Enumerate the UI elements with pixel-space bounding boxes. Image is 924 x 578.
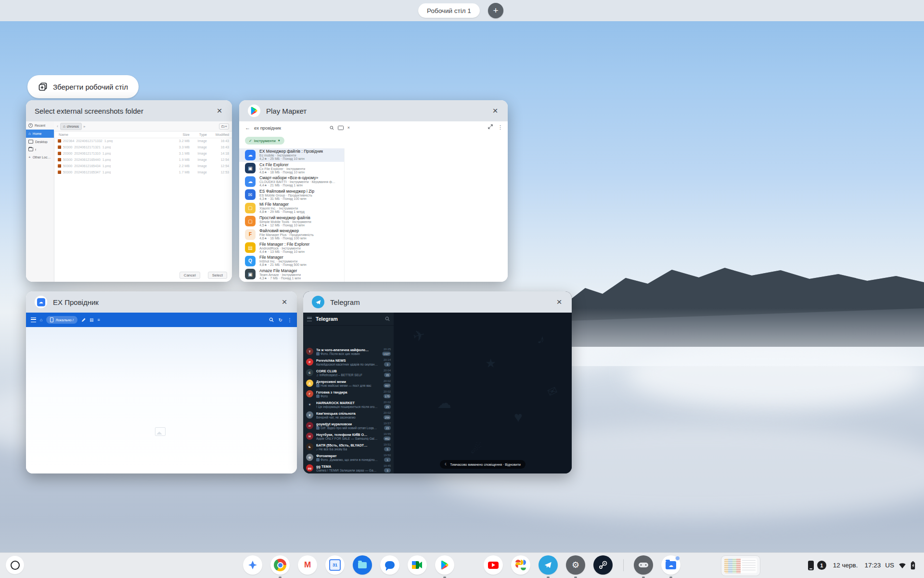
file-row[interactable]: 202364_20240612171332_1.png3.2 MBImage16… — [54, 138, 232, 144]
file-row[interactable]: 50300_20240612171321_1.png3.3 MBImage16:… — [54, 144, 232, 150]
shelf-app-gmail[interactable]: M — [298, 555, 317, 575]
play-result-item[interactable]: ☁Смарт-набори «Все-в-одному»CLOUDKII BAI… — [239, 175, 344, 188]
breadcrumb-chip[interactable]: ⌂ chronos — [60, 123, 82, 130]
close-icon[interactable]: × — [279, 296, 290, 308]
sidebar-item-home[interactable]: ⌂Home — [26, 130, 54, 138]
chat-list-item[interactable]: ДДепресивні мемиНові майські меми — пост… — [303, 378, 394, 389]
screenshot-preview[interactable] — [724, 558, 757, 573]
chat-list-item[interactable]: gggg ТЕМАGames ! ТЕМИ! Залишили зараз — … — [303, 463, 394, 473]
date-label[interactable]: 12 черв. — [833, 562, 858, 569]
column-name[interactable]: Name — [59, 132, 68, 137]
phone-hub-icon[interactable] — [808, 561, 814, 570]
shelf-app-chrome[interactable] — [270, 555, 290, 575]
expand-icon[interactable] — [488, 124, 493, 129]
cancel-button[interactable]: Cancel — [180, 272, 200, 279]
column-type[interactable]: Type — [191, 132, 207, 137]
shelf-app-calendar[interactable]: 31 — [325, 555, 345, 575]
notification-count-badge[interactable]: 1 — [817, 561, 826, 570]
shelf-app-youtube[interactable] — [484, 555, 503, 575]
chat-list-item[interactable]: rrgoyadjyt мураловскиGIF. Відео про мій … — [303, 420, 394, 431]
shelf-app-photos[interactable] — [511, 555, 530, 575]
kebab-menu-icon[interactable]: ⋮ — [498, 124, 503, 131]
shelf-app-settings[interactable]: ⚙ — [566, 555, 585, 575]
launcher-button[interactable] — [6, 556, 24, 574]
chat-list-item[interactable]: ККам'янецька спільнотаВечірній чат, не з… — [303, 410, 394, 420]
window-file-dialog[interactable]: Select external screenshots folder × Rec… — [26, 100, 232, 282]
filter-chip[interactable]: ✓ Інструменти ▼ — [245, 137, 284, 144]
clear-icon[interactable]: × — [347, 125, 350, 130]
search-query[interactable]: ex провідник — [254, 125, 281, 131]
back-arrow-icon[interactable]: ← — [245, 125, 250, 131]
chat-list-item[interactable]: ФФотоапаратФото. Думаємо, що зняти в пон… — [303, 452, 394, 463]
close-icon[interactable]: × — [489, 105, 501, 117]
shelf-app-telegram[interactable] — [539, 555, 558, 575]
search-icon[interactable] — [269, 317, 274, 322]
chat-list-item[interactable]: ГГотовка з тандираФото20:02175 — [303, 389, 394, 399]
sort-icon[interactable]: ≡ — [97, 317, 100, 322]
keyboard-icon[interactable] — [338, 126, 344, 130]
play-result-item[interactable]: ▢Mi File ManagerXiaomi Inc. · Інструмент… — [239, 201, 344, 215]
chat-list-item[interactable]: ББАТЯ (55сть, 65сть, BLYADTOIVO, король … — [303, 442, 394, 452]
sidebar-item-desktop[interactable]: Desktop — [26, 138, 54, 145]
telegram-toast[interactable]: ☾ Тимчасово вимкнено сповіщення · Віднов… — [440, 460, 526, 469]
telegram-titlebar[interactable]: Telegram × — [303, 291, 572, 313]
view-grid-icon[interactable]: ▤ — [90, 317, 94, 322]
shelf-app-ex-files[interactable]: ☁ — [661, 555, 680, 575]
file-row[interactable]: 50300_20240612165440_1.png1.9 MBImage12:… — [54, 157, 232, 163]
chat-list-item[interactable]: ННоутбуки, телефони КИЇВ ONLY FOR SALEAp… — [303, 431, 394, 442]
window-telegram[interactable]: Telegram × Telegram ТТи ж чого-апатична … — [303, 291, 572, 473]
shelf-app-gamepad[interactable] — [634, 555, 653, 575]
play-result-item[interactable]: ☁EX Менеджер файлів : ПровідникEc mobile… — [239, 148, 344, 162]
search-icon[interactable] — [330, 126, 334, 130]
hamburger-menu-icon[interactable] — [307, 317, 312, 321]
chat-list-item[interactable]: PPerevichka NEWSКалейдоскоп касетних уда… — [303, 357, 394, 368]
hamburger-menu-icon[interactable] — [31, 317, 36, 322]
chat-list-item[interactable]: CCORE CLUB♫ InRetrospect – BETTER SELF20… — [303, 368, 394, 378]
chat-list-item[interactable]: ТТи ж чого-апатична кайфологиняФото. Піс… — [303, 346, 394, 357]
shelf-app-play-store[interactable] — [435, 555, 454, 575]
column-size[interactable]: Size — [170, 132, 190, 137]
play-titlebar[interactable]: Play Маркет × — [239, 100, 508, 121]
edit-path-icon[interactable] — [81, 318, 86, 322]
close-icon[interactable]: × — [214, 105, 225, 117]
file-row[interactable]: 50300_20240612165434_1.png2.2 MBImage12:… — [54, 163, 232, 169]
shelf-app-files[interactable] — [353, 555, 372, 575]
ex-titlebar[interactable]: ☁ EX Провідник × — [26, 291, 297, 313]
play-result-item[interactable]: ▣Cx File ExplorerCx File Explorer · Інст… — [239, 162, 344, 175]
refresh-icon[interactable]: ↻ — [279, 317, 282, 323]
close-icon[interactable]: × — [553, 296, 565, 308]
new-folder-button[interactable]: 🗀+ — [219, 123, 229, 130]
shelf-app-meet[interactable] — [408, 555, 427, 575]
sidebar-item-other-locations[interactable]: +Other Locations — [26, 153, 54, 161]
path-chip[interactable]: Локально / — [46, 316, 77, 324]
chat-list-item[interactable]: ✳HARNAROCK MARKET! Ця інформація поширює… — [303, 399, 394, 410]
window-ex-explorer[interactable]: ☁ EX Провідник × ⌂ Локально / ▤ ≡ ↻ ⋮ — [26, 291, 297, 473]
shelf-app-steam[interactable] — [593, 555, 613, 575]
sidebar-item-r[interactable]: r — [26, 145, 54, 153]
play-result-item[interactable]: QFile ManagerInShot Inc. · Інструменти4,… — [239, 254, 344, 268]
home-icon[interactable]: ⌂ — [40, 317, 42, 322]
file-list-header[interactable]: Name Size Type Modified — [54, 131, 232, 138]
ex-content-area[interactable] — [26, 327, 297, 473]
file-row[interactable]: 20300_20240612171310_1.png3.1 MBImage14:… — [54, 150, 232, 157]
column-modified[interactable]: Modified — [208, 132, 229, 137]
status-tray[interactable]: 1 12 черв. 17:23 US — [808, 552, 915, 578]
play-result-item[interactable]: ▤File Manager : File ExplorerAndroidRock… — [239, 241, 344, 255]
play-result-item[interactable]: ✉ES Файловий менеджер і ZipES Mobile Gro… — [239, 188, 344, 202]
play-result-item[interactable]: FФайловий менеджерFile Manager Plus · Пр… — [239, 228, 344, 241]
file-dialog-titlebar[interactable]: Select external screenshots folder × — [26, 100, 232, 121]
shelf-app-assistant[interactable] — [243, 555, 262, 575]
telegram-chat-area[interactable]: ✈ ★ ♪ ☁ ♥ ✉ ☄ ☾ Тимчасово вимкнено спові… — [394, 313, 572, 473]
play-result-item[interactable]: ▣Amaze File ManagerTeam Amaze · Інструме… — [239, 268, 344, 281]
holding-space-tote[interactable] — [721, 555, 760, 576]
sidebar-item-recent[interactable]: Recent — [26, 121, 54, 130]
play-result-item[interactable]: ▢Простий менеджер файлівSimple Mobile To… — [239, 215, 344, 228]
notification-pill[interactable]: 1 — [808, 561, 826, 570]
save-desk-button[interactable]: Зберегти робочий стіл — [27, 75, 139, 98]
clock-group[interactable]: 17:23 US — [864, 561, 915, 570]
shelf-app-messages[interactable] — [380, 555, 399, 575]
kebab-menu-icon[interactable]: ⋮ — [287, 317, 292, 323]
back-chevron-icon[interactable]: ‹ — [57, 124, 58, 129]
search-icon[interactable] — [385, 316, 390, 321]
file-row[interactable]: 50300_20240612165347_1.png1.7 MBImage12:… — [54, 169, 232, 175]
